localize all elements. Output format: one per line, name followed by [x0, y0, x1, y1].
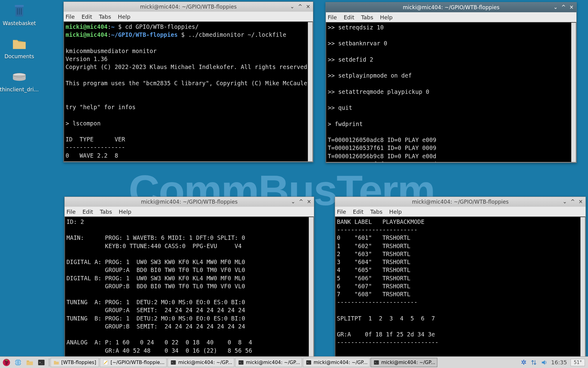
window-title: micki@mic404: ~/GPIO/WTB-floppies — [403, 4, 499, 10]
scrollbar[interactable] — [571, 23, 576, 162]
menu-help[interactable]: Help — [389, 209, 402, 215]
menu-help[interactable]: Help — [380, 14, 393, 21]
scrollbar[interactable] — [580, 217, 585, 356]
term-icon: >_ — [238, 359, 244, 366]
taskbar-task[interactable]: >_micki@mic404: ~/GP... — [371, 358, 437, 367]
term-icon: >_ — [373, 359, 379, 366]
maximize-icon[interactable]: ^ — [570, 198, 576, 205]
menu-edit[interactable]: Edit — [344, 14, 354, 21]
term-icon: >_ — [306, 359, 312, 366]
terminal-window-tl[interactable]: micki@mic404: ~/GPIO/WTB-floppies ⌄ ^ × … — [63, 2, 313, 162]
taskbar-task[interactable]: >_micki@mic404: ~/GP... — [168, 358, 234, 367]
desktop-icon-documents[interactable]: Documents — [1, 36, 38, 59]
svg-text:>_: >_ — [307, 361, 310, 364]
menu-help[interactable]: Help — [119, 209, 131, 215]
svg-rect-1 — [15, 5, 24, 7]
window-title: micki@mic404: ~/GPIO/WTB-floppies — [412, 199, 509, 205]
temperature[interactable]: 51° — [571, 359, 585, 366]
trash-icon — [12, 3, 27, 18]
close-icon[interactable]: × — [306, 198, 312, 205]
window-titlebar[interactable]: micki@mic404: ~/GPIO/WTB-floppies ⌄ ^ × — [64, 2, 313, 12]
menu-edit[interactable]: Edit — [82, 209, 93, 215]
menu-tabs[interactable]: Tabs — [370, 209, 383, 215]
bluetooth-icon[interactable]: ✲ — [521, 358, 526, 366]
task-label: micki@mic404: ~/GP... — [178, 360, 232, 365]
menu-tabs[interactable]: Tabs — [100, 209, 112, 215]
menu-file[interactable]: File — [66, 209, 76, 215]
menu-file[interactable]: File — [66, 13, 75, 20]
svg-text:>_: >_ — [39, 361, 43, 364]
window-title: micki@mic404: ~/GPIO/WTB-floppies — [141, 199, 238, 205]
svg-text:>_: >_ — [172, 361, 174, 364]
system-tray: ✲ 16:35 51° — [521, 358, 587, 366]
terminal-window-br[interactable]: micki@mic404: ~/GPIO/WTB-floppies ⌄ ^ × … — [335, 197, 586, 357]
minimize-icon[interactable]: ⌄ — [562, 198, 568, 205]
menu-tabs[interactable]: Tabs — [99, 13, 111, 20]
folder-icon — [53, 359, 59, 366]
menu-file[interactable]: File — [337, 209, 346, 215]
network-icon[interactable] — [530, 359, 537, 366]
volume-icon[interactable] — [541, 359, 548, 366]
window-titlebar[interactable]: micki@mic404: ~/GPIO/WTB-floppies ⌄ ^ × — [65, 197, 314, 207]
scrollbar[interactable] — [309, 217, 313, 356]
menu-file[interactable]: File — [328, 14, 337, 21]
maximize-icon[interactable]: ^ — [297, 3, 303, 10]
menu-edit[interactable]: Edit — [353, 209, 364, 215]
taskbar-task[interactable]: [~/GPIO/WTB-floppie... — [100, 358, 167, 367]
browser-icon[interactable] — [13, 358, 23, 367]
filemanager-icon[interactable] — [24, 358, 35, 367]
taskbar-task[interactable]: >_micki@mic404: ~/GP... — [235, 358, 302, 367]
task-label: micki@mic404: ~/GP... — [314, 360, 368, 365]
window-menubar: File Edit Tabs Help — [64, 12, 313, 21]
menu-edit[interactable]: Edit — [81, 13, 92, 20]
desktop-icon-label: Wastebasket — [3, 20, 36, 26]
terminal-window-tr[interactable]: micki@mic404: ~/GPIO/WTB-floppies ⌄ ^ × … — [326, 2, 577, 163]
terminal-window-bl[interactable]: micki@mic404: ~/GPIO/WTB-floppies ⌄ ^ × … — [64, 197, 314, 357]
terminal-body[interactable]: micki@mic404:~ $ cd GPIO/WTB-floppies/ m… — [64, 21, 313, 162]
terminal-launcher-icon[interactable]: >_ — [36, 358, 47, 367]
desktop-icon-thinclientdrive[interactable]: thinclient_dri... — [1, 69, 38, 93]
svg-point-10 — [5, 362, 8, 365]
taskbar-task[interactable]: >_micki@mic404: ~/GP... — [303, 358, 370, 367]
window-titlebar[interactable]: micki@mic404: ~/GPIO/WTB-floppies ⌄ ^ × — [326, 2, 576, 12]
task-label: micki@mic404: ~/GP... — [381, 360, 435, 365]
window-menubar: File Edit Tabs Help — [326, 12, 576, 22]
close-icon[interactable]: × — [568, 4, 575, 10]
taskbar: >_ [WTB-floppies][~/GPIO/WTB-floppie...>… — [0, 356, 588, 368]
taskbar-task[interactable]: [WTB-floppies] — [51, 358, 99, 367]
clock[interactable]: 16:35 — [551, 359, 567, 366]
svg-rect-15 — [27, 361, 29, 361]
terminal-body[interactable]: ID: 2 MAIN: PROG: 1 WAVETB: 6 MIDI: 1 DF… — [65, 217, 314, 357]
editor-icon — [103, 359, 109, 366]
taskbar-divider — [49, 358, 49, 366]
menu-tabs[interactable]: Tabs — [361, 14, 373, 21]
window-menubar: File Edit Tabs Help — [335, 207, 586, 217]
menu-help[interactable]: Help — [118, 13, 130, 20]
maximize-icon[interactable]: ^ — [560, 4, 567, 10]
window-title: micki@mic404: ~/GPIO/WTB-floppies — [140, 4, 237, 10]
svg-text:>_: >_ — [239, 361, 242, 364]
svg-text:>_: >_ — [375, 361, 377, 364]
start-menu-icon[interactable] — [1, 358, 12, 367]
term-icon: >_ — [170, 359, 176, 366]
minimize-icon[interactable]: ⌄ — [290, 198, 296, 205]
folder-icon — [12, 36, 27, 52]
window-titlebar[interactable]: micki@mic404: ~/GPIO/WTB-floppies ⌄ ^ × — [335, 197, 586, 207]
terminal-body[interactable]: >> setreqdsiz 10 >> setbanknrvar 0 >> se… — [326, 22, 576, 163]
desktop-icon-label: thinclient_dri... — [0, 86, 39, 93]
desktop-icon-wastebasket[interactable]: Wastebasket — [1, 3, 38, 26]
minimize-icon[interactable]: ⌄ — [552, 4, 559, 10]
close-icon[interactable]: × — [305, 3, 311, 10]
window-menubar: File Edit Tabs Help — [65, 207, 314, 217]
close-icon[interactable]: × — [578, 198, 584, 205]
terminal-body[interactable]: BANK LABEL PLAYBACKMODE ----------------… — [335, 217, 586, 357]
desktop-icon-label: Documents — [5, 53, 34, 59]
task-label: [WTB-floppies] — [61, 360, 96, 365]
drive-icon — [12, 69, 27, 85]
scrollbar[interactable] — [308, 22, 312, 161]
task-label: [~/GPIO/WTB-floppie... — [111, 360, 164, 365]
maximize-icon[interactable]: ^ — [298, 198, 304, 205]
minimize-icon[interactable]: ⌄ — [289, 3, 295, 10]
task-label: micki@mic404: ~/GP... — [246, 360, 300, 365]
